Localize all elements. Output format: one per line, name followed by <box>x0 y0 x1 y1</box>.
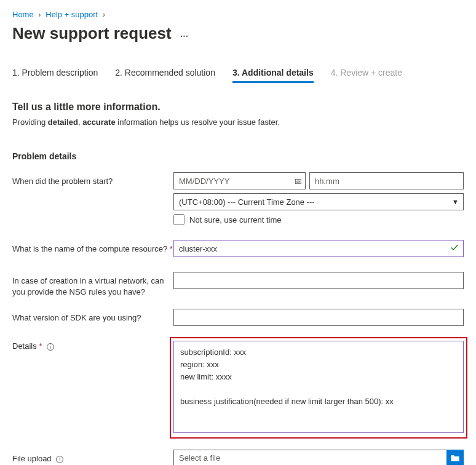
chevron-right-icon: › <box>36 10 43 19</box>
more-icon[interactable]: … <box>180 29 189 39</box>
details-textarea[interactable] <box>173 341 464 433</box>
date-input[interactable] <box>173 172 306 189</box>
row-file-upload: File upload i Select a file <box>12 450 464 465</box>
file-upload-input[interactable]: Select a file <box>173 450 446 465</box>
page-title: New support request … <box>12 24 464 43</box>
label-sdk-version: What version of SDK are you using? <box>12 309 173 324</box>
time-input[interactable] <box>309 172 464 189</box>
label-when-start: When did the problem start? <box>12 172 173 187</box>
check-icon <box>450 244 459 254</box>
section-description: Providing detailed, accurate information… <box>12 117 464 127</box>
info-icon[interactable]: i <box>47 343 54 351</box>
label-file-upload: File upload i <box>12 450 173 464</box>
tabs: 1. Problem description 2. Recommended so… <box>12 68 464 83</box>
problem-details-heading: Problem details <box>12 151 464 161</box>
breadcrumb: Home › Help + support › <box>12 10 464 19</box>
notsure-checkbox[interactable] <box>173 214 184 225</box>
compute-resource-input[interactable] <box>173 240 464 257</box>
row-details: Details * i <box>12 337 464 439</box>
section-lead: Tell us a little more information. <box>12 101 464 113</box>
timezone-select[interactable]: (UTC+08:00) --- Current Time Zone --- <box>173 193 464 210</box>
chevron-right-icon: › <box>100 10 108 19</box>
label-compute-resource: What is the name of the compute resource… <box>12 240 173 255</box>
row-nsg-rules: In case of creation in a virtual network… <box>12 272 464 298</box>
breadcrumb-help-support[interactable]: Help + support <box>46 10 98 19</box>
page-title-text: New support request <box>12 24 172 43</box>
folder-icon <box>451 454 459 463</box>
tab-recommended-solution[interactable]: 2. Recommended solution <box>115 68 215 83</box>
tab-problem-description[interactable]: 1. Problem description <box>12 68 98 83</box>
info-icon[interactable]: i <box>56 456 63 463</box>
file-browse-button[interactable] <box>446 450 464 465</box>
details-highlight-box <box>170 337 467 439</box>
row-when-start: When did the problem start? 📅︎ (UTC+08:0… <box>12 172 464 225</box>
row-compute-resource: What is the name of the compute resource… <box>12 240 464 257</box>
breadcrumb-home[interactable]: Home <box>12 10 34 19</box>
label-details: Details * i <box>12 337 173 352</box>
label-nsg-rules: In case of creation in a virtual network… <box>12 272 173 298</box>
tab-additional-details[interactable]: 3. Additional details <box>232 68 314 83</box>
notsure-label: Not sure, use current time <box>189 215 282 225</box>
row-sdk-version: What version of SDK are you using? <box>12 309 464 326</box>
tab-review-create: 4. Review + create <box>331 68 402 83</box>
nsg-rules-input[interactable] <box>173 272 464 289</box>
sdk-version-input[interactable] <box>173 309 464 326</box>
